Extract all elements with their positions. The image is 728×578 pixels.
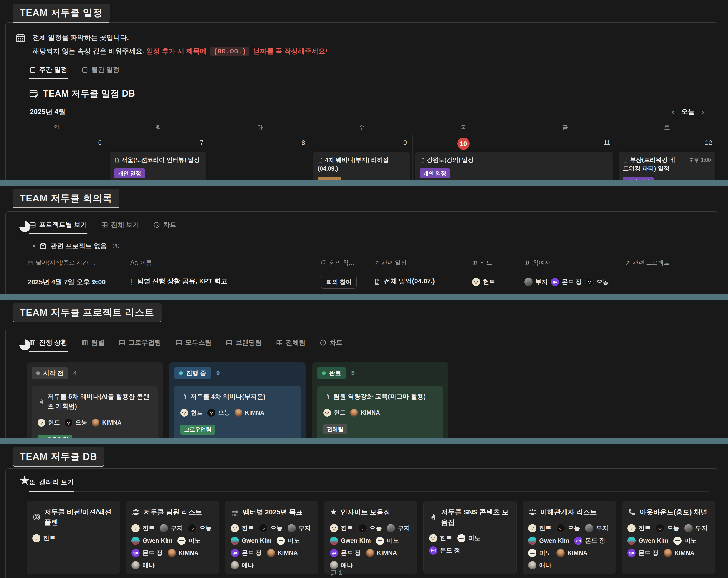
- avatar: [330, 549, 338, 557]
- related-schedule-link[interactable]: 전체 밀업(04.07.): [384, 277, 435, 287]
- card-people: 헌트KIMNA: [323, 409, 438, 417]
- schedule-db-heading[interactable]: TEAM 저두클 일정 DB: [29, 87, 718, 100]
- avatar: [267, 549, 275, 557]
- gallery-card-sns[interactable]: 저두클 SNS 콘텐츠 모음집 헌트미노몬드 정: [423, 501, 517, 574]
- tab-all-view[interactable]: 전체 보기: [101, 220, 140, 234]
- gallery-card-insights[interactable]: ★ 인사이트 모음집 헌트으농부지Gwen Kim미노몬드 정KIMNA애나 1: [324, 501, 417, 574]
- status-badge[interactable]: 시작 전: [32, 367, 68, 379]
- tab-weekly-schedule[interactable]: 주간 일정: [29, 65, 68, 79]
- column-header-participants[interactable]: 참여자: [524, 259, 625, 267]
- gallery-card-stakeholders[interactable]: 이해관계자 리스트 헌트으농부지Gwen Kim몬드 정미노KIMNA애나: [523, 501, 616, 574]
- column-header-join[interactable]: 회의 참…: [321, 259, 374, 267]
- status-badge[interactable]: 완료: [317, 367, 346, 379]
- project-card[interactable]: 저두클 5차 웨비나(AI를 활용한 콘텐츠 기획법) 헌트으농KIMNA 그로…: [32, 386, 158, 438]
- tab-all-team[interactable]: 전체팀: [276, 338, 306, 352]
- kanban-board: 시작 전 4 저두클 5차 웨비나(AI를 활용한 콘텐츠 기획법) 헌트으농K…: [27, 362, 718, 438]
- schedule-container: 전체 일정을 파악하는 곳입니다. 해당되지 않는 속성 값은 비워주세요. 일…: [5, 22, 718, 180]
- section-divider: [0, 438, 728, 444]
- avatar: [684, 524, 693, 532]
- calendar-event-gangwon[interactable]: 강원도(강의) 일정 개인 일정: [415, 152, 613, 180]
- avatar: [556, 549, 565, 557]
- avatar: [37, 419, 45, 426]
- gallery-card-vision[interactable]: 저두클 비전/미션/액션 플랜 헌트: [27, 501, 120, 574]
- status-dot-icon: [322, 371, 326, 375]
- join-meeting-button[interactable]: 회의 참여: [321, 276, 357, 288]
- column-header-date[interactable]: 날짜(시작/종료 시간 …: [28, 259, 130, 267]
- event-tag: 개인 일정: [623, 177, 654, 180]
- group-header[interactable]: ▾ 관련 프로젝트 없음 20: [32, 242, 718, 251]
- gallery-card-members[interactable]: 저두클 팀원 리스트 헌트부지으농Gwen Kim미노몬드 정KIMNA애나: [126, 501, 219, 574]
- tab-chart[interactable]: 차트: [153, 220, 177, 234]
- meeting-name-link[interactable]: 팀별 진행 상황 공유, KPT 회고: [137, 277, 227, 287]
- column-header-lead[interactable]: 리드: [472, 259, 524, 267]
- related-project-cell[interactable]: [625, 271, 718, 293]
- avatar: [64, 419, 73, 427]
- gallery-card-goals[interactable]: SOON 멤버별 2025년 목표 헌트으농부지Gwen Kim미노몬드 정KI…: [225, 501, 318, 574]
- avatar: [168, 549, 176, 557]
- avatar: [656, 524, 664, 532]
- column-header-related-project[interactable]: ↗ 관련 프로젝트: [625, 259, 718, 267]
- status-badge[interactable]: 진행 중: [175, 367, 211, 379]
- db-section-title[interactable]: TEAM 저두클 DB: [12, 447, 104, 466]
- column-count: 5: [351, 370, 355, 377]
- gallery-card-outbound[interactable]: 아웃바운드(홍보) 채널 헌트으농부지Gwen Kim미노몬드 정KIMNA: [622, 501, 715, 574]
- projects-section-title[interactable]: TEAM 저두클 프로젝트 리스트: [12, 303, 161, 322]
- fire-icon: [429, 507, 438, 527]
- calendar-day-cell[interactable]: 9 4차 웨비나(부지) 리허설 (04.09.) 웨비나: [311, 135, 413, 180]
- weekday-header: 일월화수목금토: [6, 123, 718, 132]
- project-card[interactable]: 팀원 역량강화 교육(피그마 활용) 헌트KIMNA 전체팀: [317, 386, 443, 438]
- today-button[interactable]: 오늘: [681, 107, 695, 116]
- tab-monthly-schedule[interactable]: 월간 일정: [81, 65, 120, 79]
- calendar-event-busan[interactable]: 오후 1:00 부산(프리워킹 네트워킹 파티) 일정 개인 일정: [619, 152, 715, 180]
- phone-icon: [627, 507, 636, 517]
- group-label: 관련 프로젝트 없음: [51, 242, 107, 251]
- calendar-day-cell[interactable]: 12 오후 1:00 부산(프리워킹 네트워킹 파티) 일정 개인 일정: [616, 135, 718, 180]
- tab-label: 갤러리 보기: [39, 478, 74, 487]
- schedule-db-title: TEAM 저두클 일정 DB: [43, 87, 135, 100]
- table-icon: [119, 339, 125, 346]
- meeting-date: 2025년 4월 7일 오후 9:00: [28, 277, 106, 287]
- avatar: [131, 549, 140, 557]
- participants-cell[interactable]: 부지몬드 정으농: [524, 271, 625, 293]
- calendar-day-cell[interactable]: 6: [6, 135, 107, 180]
- tab-gallery-view[interactable]: 갤러리 보기: [29, 478, 74, 491]
- avatar: [472, 278, 480, 286]
- table-header-row: 날짜(시작/종료 시간 … Aa 이름 회의 참… ↗ 관련 일정 리드: [28, 259, 718, 271]
- tab-branding-team[interactable]: 브랜딩팀: [225, 338, 262, 352]
- project-card[interactable]: 저두클 4차 웨비나(부지은) 헌트으농KIMNA 그로우업팀웨비나: [175, 386, 301, 438]
- day-number: 7: [110, 137, 206, 149]
- db-container: ★ 갤러리 보기 저두클 비전/미션/액션 플랜 헌트: [5, 468, 718, 578]
- meeting-row[interactable]: 2025년 4월 7일 오후 9:00 ! 팀별 진행 상황 공유, KPT 회…: [28, 271, 718, 293]
- meetings-section-title[interactable]: TEAM 저두클 회의록: [12, 189, 120, 208]
- calendar-day-cell-today[interactable]: 10 강원도(강의) 일정 개인 일정: [413, 135, 514, 180]
- tab-by-team[interactable]: 팀별: [81, 338, 105, 352]
- tab-by-project[interactable]: 프로젝트별 보기: [29, 220, 87, 234]
- chevron-right-icon[interactable]: ›: [701, 108, 704, 116]
- tab-modus-team[interactable]: 모두스팀: [175, 338, 212, 352]
- calendar-day-cell[interactable]: 7 서울(노션코리아 인터뷰) 일정 개인 일정: [107, 135, 209, 180]
- lead-cell[interactable]: 헌트: [472, 271, 524, 293]
- collapse-triangle-icon[interactable]: ▾: [32, 243, 35, 250]
- calendar-day-cell[interactable]: 8: [209, 135, 311, 180]
- tab-label: 진행 상황: [39, 338, 67, 347]
- tab-chart[interactable]: 차트: [319, 338, 343, 352]
- chevron-left-icon[interactable]: ‹: [672, 108, 675, 116]
- calendar-event-seoul[interactable]: 서울(노션코리아 인터뷰) 일정 개인 일정: [110, 152, 206, 180]
- column-header-name[interactable]: Aa 이름: [130, 259, 321, 267]
- calendar-event-webinar[interactable]: 4차 웨비나(부지) 리허설 (04.09.) 웨비나: [313, 152, 410, 180]
- avatar: [551, 278, 559, 286]
- button-cursor-icon: [321, 260, 327, 266]
- avatar: [277, 536, 285, 545]
- tab-growup-team[interactable]: 그로우업팀: [118, 338, 162, 352]
- relation-arrow-icon: ↗: [374, 259, 379, 267]
- tab-progress-board[interactable]: 진행 상황: [29, 338, 68, 352]
- event-time: 오후 1:00: [689, 157, 711, 164]
- avatar: [330, 561, 338, 569]
- avatar: [528, 561, 537, 569]
- schedule-section-title[interactable]: TEAM 저두클 일정: [12, 4, 110, 22]
- avatar: [231, 536, 239, 545]
- column-count: 9: [216, 370, 220, 377]
- column-header-related-schedule[interactable]: ↗ 관련 일정: [374, 259, 472, 267]
- page-icon: [318, 157, 323, 163]
- avatar: [366, 549, 374, 557]
